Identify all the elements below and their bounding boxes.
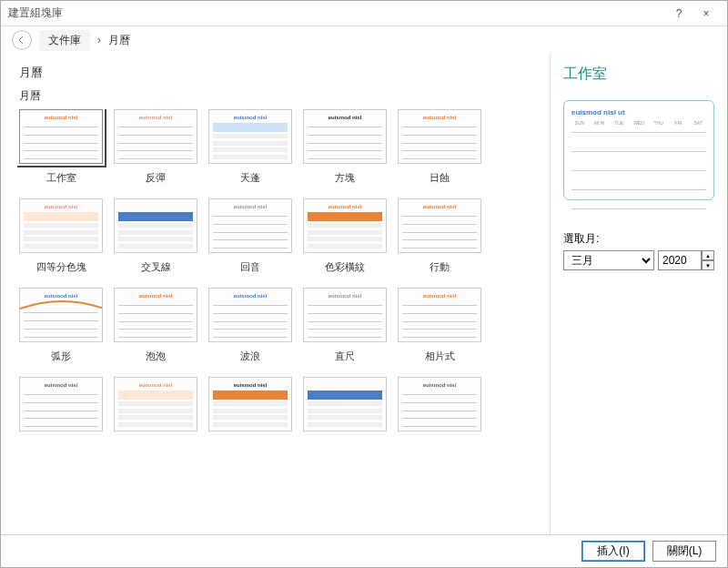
tile-label: 四等分色塊 [19,260,103,273]
preview-header-text: euismod nisl ut [571,108,706,117]
spin-up-icon[interactable]: ▲ [702,250,714,260]
gallery-tile[interactable]: euismod nisl波浪 [207,288,294,362]
tile-thumbnail: euismod nisl [208,288,292,342]
tile-thumbnail: euismod nisl [208,198,292,253]
gallery-tile[interactable]: euismod nisl相片式 [396,288,483,362]
gallery-tile[interactable]: euismod nisl天蓬 [207,109,294,184]
gallery-tile[interactable]: euismod nisl四等分色塊 [17,198,105,273]
gallery-tile[interactable]: euismod nisl [301,377,389,451]
window-title: 建置組塊庫 [8,5,665,21]
gallery-tile[interactable]: euismod nisl [17,377,105,451]
tile-label [19,439,103,451]
tile-thumbnail: euismod nisl [303,288,387,342]
back-button[interactable] [12,30,32,50]
tile-label [114,439,197,451]
tile-thumbnail: euismod nisl [19,377,103,431]
year-input[interactable] [658,250,702,270]
tile-thumbnail: euismod nisl [398,288,481,342]
tile-label: 色彩橫紋 [303,260,387,273]
gallery-tile[interactable]: euismod nisl交叉線 [112,198,199,273]
tile-label [398,439,481,451]
gallery-panel: 月曆 月曆 euismod nisl工作室euismod nisl反彈euism… [1,54,550,534]
category-title: 月曆 [19,65,544,81]
gallery-grid: euismod nisl工作室euismod nisl反彈euismod nis… [17,109,541,466]
tile-thumbnail: euismod nisl [114,198,197,253]
gallery-tile[interactable]: euismod nisl工作室 [17,109,105,184]
tile-thumbnail: euismod nisl [114,377,197,431]
gallery-scroll[interactable]: euismod nisl工作室euismod nisl反彈euismod nis… [17,109,544,534]
tile-thumbnail: euismod nisl [208,109,292,164]
chevron-left-icon [18,36,25,44]
tile-thumbnail: euismod nisl [303,377,387,431]
preview-thumbnail: euismod nisl ut SUNMONTUEWEDTHUFRISAT ··… [563,100,714,200]
breadcrumb-separator: › [97,34,101,46]
insert-button[interactable]: 插入(I) [581,541,645,562]
tile-label: 相片式 [398,350,481,362]
month-label: 選取月: [563,231,714,247]
dialog-footer: 插入(I) 關閉(L) [1,534,727,567]
gallery-tile[interactable]: euismod nisl日蝕 [396,109,483,184]
tile-label: 日蝕 [398,171,481,184]
tile-thumbnail: euismod nisl [398,377,481,431]
tile-label: 反彈 [114,171,197,184]
tile-label: 工作室 [19,171,103,184]
tile-thumbnail: euismod nisl [19,198,103,253]
tile-label: 直尺 [303,350,387,362]
gallery-tile[interactable]: euismod nisl反彈 [112,109,199,184]
tile-thumbnail: euismod nisl [303,109,387,164]
spin-down-icon[interactable]: ▼ [702,260,714,270]
tile-thumbnail: euismod nisl [303,198,387,253]
close-button[interactable]: × [693,7,720,20]
gallery-tile[interactable]: euismod nisl弧形 [17,288,105,362]
breadcrumb-bar: 文件庫 › 月曆 [1,26,727,54]
gallery-tile[interactable]: euismod nisl直尺 [301,288,389,362]
gallery-tile[interactable]: euismod nisl泡泡 [112,288,199,362]
gallery-tile[interactable]: euismod nisl [112,377,199,451]
tile-thumbnail: euismod nisl [114,288,197,342]
title-bar: 建置組塊庫 ? × [1,1,727,26]
gallery-tile[interactable]: euismod nisl回音 [207,198,294,273]
tile-label: 弧形 [19,350,103,362]
help-button[interactable]: ? [665,7,693,20]
tile-thumbnail: euismod nisl [114,109,197,164]
tile-label: 回音 [208,260,292,273]
preview-day-row: SUNMONTUEWEDTHUFRISAT [571,120,706,126]
tile-label: 行動 [398,260,481,273]
month-select[interactable]: 三月 [563,250,654,270]
year-spinner[interactable]: ▲ ▼ [702,250,714,270]
tile-label: 天蓬 [208,171,292,184]
tile-label: 波浪 [208,350,292,362]
tile-label: 泡泡 [114,350,197,362]
gallery-tile[interactable]: euismod nisl [207,377,294,451]
breadcrumb-root[interactable]: 文件庫 [39,30,90,51]
month-picker: 選取月: 三月 ▲ ▼ [563,231,714,270]
tile-thumbnail: euismod nisl [208,377,292,431]
close-dialog-button[interactable]: 關閉(L) [652,541,716,562]
tile-label: 方塊 [303,171,387,184]
gallery-tile[interactable]: euismod nisl行動 [396,198,483,273]
preview-panel: 工作室 euismod nisl ut SUNMONTUEWEDTHUFRISA… [550,54,727,534]
breadcrumb-leaf: 月曆 [108,33,130,48]
tile-label: 交叉線 [114,260,197,273]
preview-title: 工作室 [563,65,714,84]
gallery-tile[interactable]: euismod nisl色彩橫紋 [301,198,389,273]
tile-label [208,439,292,451]
tile-label [303,439,387,451]
tile-thumbnail: euismod nisl [398,109,481,164]
tile-thumbnail: euismod nisl [19,109,103,164]
tile-thumbnail: euismod nisl [19,288,103,342]
subcategory-title: 月曆 [19,88,544,104]
gallery-tile[interactable]: euismod nisl [396,377,483,451]
gallery-tile[interactable]: euismod nisl方塊 [301,109,389,184]
tile-thumbnail: euismod nisl [398,198,481,253]
